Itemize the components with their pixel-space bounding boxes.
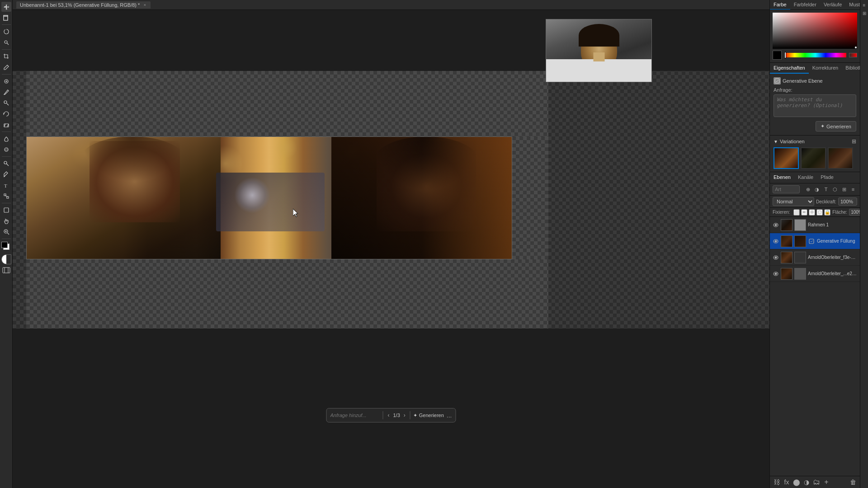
layer-item-arnold2[interactable]: ArnoldOberleiter_...e2d-e17873a531ac [770, 266, 860, 282]
variation-thumbnails [774, 147, 856, 169]
context-generate-btn[interactable]: ✦ Generieren [413, 413, 444, 418]
layer-item-arnold1[interactable]: ArnoldOberleiter_f3e-7698e030679 [770, 249, 860, 266]
layer-filter-btn[interactable]: ≡ [849, 185, 857, 193]
hue-thumb[interactable] [784, 52, 786, 58]
tab-pfade[interactable]: Pfade [817, 172, 837, 183]
layer-item-generative[interactable]: Generative Füllung [770, 233, 860, 249]
layer-item-rahmen[interactable]: Rahmen 1 [770, 217, 860, 233]
screen-mode-tool[interactable] [2, 267, 10, 275]
pen-tool[interactable] [1, 169, 11, 179]
fix-position-btn[interactable]: ✛ [809, 209, 815, 216]
delete-layer-btn[interactable]: 🗑 [849, 478, 857, 486]
paint-bucket-tool[interactable] [1, 134, 11, 144]
layer-visibility-rahmen[interactable] [773, 222, 779, 228]
anfrage-label: Anfrage: [774, 87, 856, 93]
add-mask-btn[interactable]: ⬤ [793, 478, 801, 486]
blur-tool[interactable] [1, 145, 11, 155]
svg-point-18 [775, 240, 777, 242]
webcam-person-view [546, 19, 651, 82]
spot-heal-tool[interactable] [1, 76, 11, 86]
document-close-btn[interactable]: × [142, 3, 147, 7]
left-toolbar: T [0, 0, 13, 488]
layer-artboard-btn[interactable]: ⊞ [840, 185, 848, 193]
document-tab[interactable]: Unbenannt-1 bei 53,1% (Generative Füllun… [16, 1, 151, 9]
link-layers-btn[interactable]: ⛓ [773, 478, 781, 486]
generieren-action-btn[interactable]: ✦ Generieren [816, 121, 856, 131]
hand-tool[interactable] [1, 216, 11, 226]
hue-slider[interactable] [784, 53, 846, 57]
layer-visibility-generative[interactable] [773, 238, 779, 244]
color-swatch[interactable] [773, 51, 782, 60]
tab-farbe[interactable]: Farbe [770, 0, 790, 9]
layer-thumb-rahmen [781, 219, 793, 231]
layer-visibility-arnold1[interactable] [773, 254, 779, 261]
right-panel: Farbe Farbfelder Verläufe Muster [769, 0, 860, 488]
clone-stamp-tool[interactable] [1, 98, 11, 108]
move-tool[interactable] [1, 2, 11, 12]
context-query-input[interactable] [330, 413, 380, 418]
blend-mode-select[interactable]: Normal [773, 197, 814, 206]
add-adjustment-btn[interactable]: ◑ [802, 478, 811, 486]
quick-select-tool[interactable] [1, 38, 11, 47]
layer-visibility-arnold2[interactable] [773, 271, 779, 277]
svg-rect-9 [4, 208, 9, 212]
tab-ebenen[interactable]: Ebenen [770, 172, 794, 183]
tab-verlaeufe[interactable]: Verläufe [820, 0, 845, 9]
selection-tool[interactable] [1, 13, 11, 23]
layer-toolbar-icons: ⊕ ◑ T ⬡ ⊞ ≡ [804, 185, 857, 193]
document-title: Unbenannt-1 bei 53,1% (Generative Füllun… [20, 2, 140, 8]
tab-kanaele[interactable]: Kanäle [794, 172, 817, 183]
gen-layer-icon [774, 77, 781, 84]
brush-tool[interactable] [1, 87, 11, 97]
prev-variation-btn[interactable]: ‹ [386, 411, 391, 419]
add-style-btn[interactable]: fx [783, 478, 791, 486]
path-selection-tool[interactable] [1, 191, 11, 201]
anfrage-input[interactable] [774, 94, 856, 117]
properties-content: Generative Ebene Anfrage: ✦ Generieren [770, 74, 860, 135]
strip-icon-1[interactable]: ≡ [861, 2, 868, 8]
variationen-header: ▼ Variationen ⊞ [774, 138, 856, 145]
context-more-btn[interactable]: ... [447, 412, 452, 419]
next-variation-btn[interactable]: › [402, 411, 407, 419]
fixieren-row: Fixieren: ⬜ ✒ ✛ ⬡ 🔒 Fläche: [770, 208, 860, 217]
bokeh-4 [275, 136, 297, 159]
eyedropper-tool[interactable] [1, 62, 11, 72]
fix-pixels-btn[interactable]: ✒ [801, 209, 807, 216]
strip-icon-2[interactable]: ⊞ [861, 10, 868, 16]
shape-tool[interactable] [1, 205, 11, 215]
text-tool[interactable]: T [1, 180, 11, 190]
layer-search-input[interactable] [773, 185, 800, 193]
quick-mask-tool[interactable] [1, 254, 11, 264]
foreground-background-colors[interactable] [1, 242, 11, 252]
canvas-area[interactable]: ‹ 1/3 › ✦ Generieren ... [13, 10, 769, 488]
layer-text-btn[interactable]: T [822, 185, 830, 193]
history-brush-tool[interactable] [1, 109, 11, 119]
tab-eigenschaften[interactable]: Eigenschaften [770, 63, 809, 74]
fix-transparent-btn[interactable]: ⬜ [793, 209, 800, 216]
layer-new-adjustment-btn[interactable]: ◑ [813, 185, 821, 193]
create-group-btn[interactable]: 🗂 [812, 478, 821, 486]
crop-tool[interactable] [1, 52, 11, 61]
tab-korrekturen[interactable]: Korrekturen [809, 63, 842, 74]
variation-thumb-2[interactable] [801, 147, 826, 169]
color-gradient-picker[interactable] [773, 13, 857, 49]
fix-artboard-btn[interactable]: ⬡ [816, 209, 823, 216]
opacity-slider-preview[interactable] [849, 53, 857, 57]
eraser-tool[interactable] [1, 120, 11, 130]
new-layer-btn[interactable]: + [822, 478, 830, 486]
zoom-tool[interactable] [1, 227, 11, 237]
tab-farbfelder[interactable]: Farbfelder [790, 0, 820, 9]
variation-thumb-3[interactable] [828, 147, 853, 169]
fixieren-label: Fixieren: [773, 210, 790, 215]
dodge-tool[interactable] [1, 159, 11, 169]
layer-name-generative: Generative Füllung [817, 239, 857, 244]
opacity-input[interactable] [838, 197, 857, 206]
lasso-tool[interactable] [1, 27, 11, 37]
layer-new-fill-btn[interactable]: ⊕ [804, 185, 812, 193]
turntable [234, 177, 270, 213]
variationen-grid-btn[interactable]: ⊞ [852, 138, 856, 145]
variation-thumb-1[interactable] [774, 147, 799, 169]
layer-vector-btn[interactable]: ⬡ [831, 185, 839, 193]
right-backlight [422, 136, 512, 259]
fix-all-btn[interactable]: 🔒 [824, 209, 830, 216]
